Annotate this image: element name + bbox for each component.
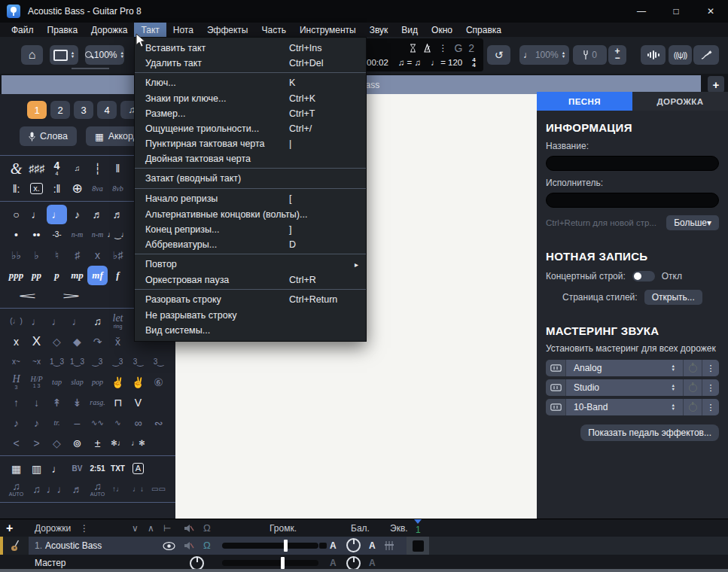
palette-symbol[interactable]: -3- [47, 225, 67, 245]
volume-auto-label[interactable]: A [330, 540, 337, 551]
instrument-cable-button[interactable] [693, 45, 719, 65]
menu-item[interactable]: Разорвать строку Ctrl+Return [135, 289, 366, 308]
palette-symbol[interactable]: x. [26, 179, 47, 199]
tab-song[interactable]: ПЕСНЯ [537, 92, 632, 111]
palette-symbol[interactable]: ppp [6, 266, 26, 285]
palette-symbol[interactable]: ⑥ [148, 373, 169, 392]
countdown-icon[interactable] [410, 44, 416, 53]
palette-symbol[interactable]: 44 [47, 159, 67, 178]
palette-symbol[interactable]: ✌ [128, 373, 148, 392]
metronome-icon[interactable] [423, 44, 431, 53]
palette-symbol[interactable]: ⊕ [67, 179, 87, 199]
menu-bar-item[interactable]: Дорожка [84, 23, 134, 37]
tuning-button[interactable]: 0 [573, 45, 607, 65]
effect-power-button[interactable] [683, 379, 702, 396]
palette-symbol[interactable]: ♩♩ [47, 479, 67, 499]
menu-bar-item[interactable]: Нота [166, 23, 200, 37]
palette-symbol[interactable]: ‿3 [87, 352, 108, 372]
palette-symbol[interactable]: • [6, 225, 26, 245]
bottom-scrollbar[interactable] [0, 569, 728, 572]
menu-item[interactable]: Вставить такт Ctrl+Ins [135, 41, 366, 56]
palette-symbol[interactable]: 1‿3 [47, 352, 67, 372]
palette-symbol[interactable]: ↓ [26, 393, 47, 412]
tab-track[interactable]: ДОРОЖКА [632, 92, 728, 111]
palette-symbol[interactable]: ‖ [108, 159, 128, 178]
minimize-button[interactable]: — [624, 0, 659, 23]
palette-symbol[interactable]: ♭ [26, 245, 47, 265]
palette-symbol[interactable]: ♪ [67, 205, 87, 224]
palette-symbol[interactable]: ∾ [148, 413, 169, 433]
menu-item[interactable]: Пунктирная тактовая черта | [135, 136, 366, 151]
palette-symbol[interactable]: ♫AUTO [6, 479, 26, 499]
palette-symbol[interactable]: ♬ [108, 205, 128, 224]
palette-symbol[interactable]: ♩↓ [128, 479, 148, 499]
palette-symbol[interactable]: x~ [6, 352, 26, 372]
pan-knob[interactable] [346, 538, 361, 552]
palette-symbol[interactable]: ♩‿♩ [108, 225, 128, 245]
menu-bar-item[interactable]: Окно [425, 23, 459, 37]
palette-symbol[interactable]: ♭♭ [6, 245, 26, 265]
time-signature[interactable]: 44 [472, 57, 475, 68]
palette-symbol[interactable]: tap [47, 373, 67, 392]
palette-symbol[interactable]: ♩ [26, 312, 47, 331]
palette-symbol[interactable]: pp [26, 266, 47, 285]
palette-symbol[interactable]: ↷ [87, 332, 108, 351]
solo-icon[interactable]: Ω [203, 540, 211, 551]
tuner-button[interactable]: ((ψ)) [669, 45, 692, 65]
add-tab-button[interactable]: + [708, 76, 724, 93]
palette-symbol[interactable]: ○ [6, 205, 26, 224]
palette-symbol[interactable]: ↡ [67, 393, 87, 412]
palette-symbol[interactable]: ♩ [47, 205, 67, 224]
voice-button[interactable]: 1 [27, 101, 47, 119]
palette-symbol[interactable]: < [6, 286, 50, 306]
palette-symbol[interactable]: ♫ [67, 159, 87, 178]
voice-button[interactable]: 3 [74, 101, 93, 119]
palette-symbol[interactable]: (♩) [6, 312, 26, 331]
palette-symbol[interactable]: ♭♯ [108, 245, 128, 265]
effect-select[interactable]: Studio ▲▼ [565, 379, 683, 396]
mute-icon[interactable] [184, 541, 194, 550]
effect-power-button[interactable] [683, 399, 702, 415]
palette-symbol[interactable]: ♯ [67, 245, 87, 265]
palette-symbol[interactable]: ♯♯♯ [26, 159, 47, 178]
palette-symbol[interactable]: mp [67, 266, 87, 285]
pan-auto-label[interactable]: A [369, 540, 376, 551]
tempo[interactable]: ♩= 120 [431, 58, 462, 67]
menu-bar-item[interactable]: Эффекты [200, 23, 255, 37]
palette-symbol[interactable]: & [6, 159, 26, 178]
palette-symbol[interactable]: TXT [108, 459, 128, 479]
concert-pitch-toggle[interactable] [632, 271, 655, 281]
palette-symbol[interactable]: f [108, 266, 128, 285]
palette-symbol[interactable]: H/P1 3 [26, 373, 47, 392]
menu-bar-item[interactable]: Вид [394, 23, 425, 37]
lyrics-button[interactable]: Слова [20, 126, 77, 146]
menu-item[interactable]: Не разрывать строку [135, 308, 366, 323]
palette-symbol[interactable]: < [6, 434, 26, 453]
palette-symbol[interactable]: slap [67, 373, 87, 392]
display-menu-icon[interactable]: ⋮ [438, 43, 447, 53]
menu-item[interactable]: Повтор ▸ [135, 254, 366, 272]
palette-symbol[interactable]: pop [87, 373, 108, 392]
menu-bar-item[interactable]: Инструменты [293, 23, 363, 37]
artist-input[interactable] [546, 193, 719, 208]
menu-item[interactable]: Начало репризы [ [135, 188, 366, 207]
menu-item[interactable]: Альтернативные концовки (вольты)... [135, 207, 366, 222]
palette-symbol[interactable]: p [47, 266, 67, 285]
palette-symbol[interactable]: ◆ [67, 332, 87, 351]
eq-icon[interactable] [385, 541, 393, 550]
palette-symbol[interactable]: ♩ [47, 459, 67, 479]
palette-symbol[interactable]: ± [87, 434, 108, 453]
palette-symbol[interactable]: ♫ [87, 312, 108, 331]
voice-button[interactable]: 4 [97, 101, 117, 119]
menu-bar-item[interactable]: Справка [459, 23, 508, 37]
palette-symbol[interactable]: ♩ [47, 312, 67, 331]
tracks-menu-icon[interactable]: ⋮ [80, 523, 89, 534]
menu-item[interactable]: Затакт (вводный такт) [135, 168, 366, 187]
palette-symbol[interactable]: 3‿ [128, 352, 148, 372]
line-in-button[interactable] [641, 45, 666, 65]
menu-item[interactable]: Двойная тактовая черта [135, 151, 366, 166]
palette-symbol[interactable]: ♫ [26, 479, 47, 499]
page-layout-button[interactable]: ▲▼ [50, 45, 78, 65]
menu-item[interactable]: Вид системы... [135, 323, 366, 338]
palette-symbol[interactable]: letring [108, 312, 128, 331]
